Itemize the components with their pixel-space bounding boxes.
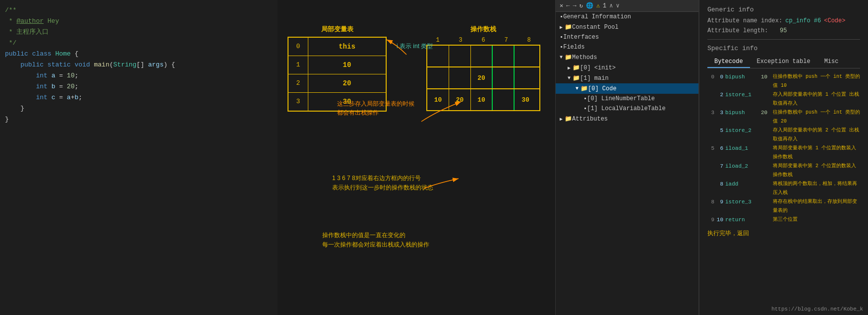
tree-toolbar: ✕ ← → ↻ 🌐 ⚠ 1 ∧ ∨ [556,0,698,12]
tab-misc[interactable]: Misc [817,56,846,68]
bc-row-3: 5 istore_2 存入局部变量表中的第 2 个位置 出栈取值再存入 [707,126,860,144]
attr-name-value: cp_info #6 [785,17,821,24]
attr-name-row: Attribute name index: cp_info #6 <Code> [707,17,860,24]
tree-code[interactable]: ▼ 📁 [0] Code [556,83,698,94]
nav-down[interactable]: ∨ [616,2,620,9]
file-icon-lv: ▪ [583,105,587,112]
code-line-8: int b = 20 ; [0,81,278,92]
folder-icon-init: 📁 [573,64,580,71]
tree-init[interactable]: ▶ 📁 [0] <init> [556,63,698,73]
arrow-right-icon: ▶ [560,24,563,30]
op-title: 操作数栈 [426,25,540,34]
folder-icon-code: 📁 [580,85,588,92]
bc-row-5: 7 iload_2 将局部变量表中第 2 个位置的数装入操作数栈 [707,162,860,180]
code-line-6: public static void main ( String [] args… [0,60,278,70]
attr-length-value: 95 [780,27,787,34]
attr-length-label: Attribute length: [707,27,777,34]
folder-icon-methods: 📁 [565,54,572,61]
arrow-int [367,30,426,60]
tree-localvar[interactable]: ▪ [1] LocalVariableTable [556,104,698,114]
tab-exception[interactable]: Exception table [750,56,817,68]
code-line-10: } [0,103,278,114]
info-panel: Generic info Attribute name index: cp_in… [699,0,868,315]
file-icon-3: ▪ [560,44,563,51]
divider [707,39,860,40]
arrow-three-steps [416,92,466,131]
arrow-down-icon: ▼ [560,55,563,60]
finish-text: 执行完毕，返回 [707,229,860,238]
arrow-numbers [421,174,461,203]
folder-icon-main: 📁 [573,74,580,82]
code-line-3: * 主程序入口 [0,27,278,38]
bc-row-2: 3 3 bipush 20 往操作数栈中 push 一个 int 类型的值 20 [707,108,860,126]
tree-linenumber[interactable]: ▪ [0] LineNumberTable [556,94,698,104]
refresh-icon[interactable]: ↻ [579,2,583,9]
tab-bytecode[interactable]: Bytecode [707,56,750,68]
code-line-9: int c = a + b ; [0,92,278,103]
code-line-11: } [0,114,278,125]
close-icon[interactable]: ✕ [560,2,563,9]
arrow-right-icon-2: ▶ [568,65,571,71]
forward-icon[interactable]: → [573,2,576,9]
bytecode-table: 0 0 bipush 10 往操作数栈中 push 一个 int 类型的值 10… [707,72,860,224]
annot-stack-change: 操作数栈中的值是一直在变化的每一次操作都会对应着出栈或入栈的操作 [322,231,429,250]
back-icon[interactable]: ← [566,2,570,9]
tree-fields[interactable]: ▪ Fields [556,42,698,52]
folder-icon-attrs: 📁 [565,115,572,123]
code-line-4: */ [0,38,278,49]
specific-info-title: Specific info [707,45,860,52]
bc-row-6: 8 iadd 将栈顶的两个数取出，相加，将结果再压入栈 [707,180,860,197]
attr-length-row: Attribute length: 95 [707,27,860,34]
tree-methods[interactable]: ▼ 📁 Methods [556,52,698,63]
attr-name-label: Attribute name index: [707,17,782,24]
diagram-panel: 局部变量表 0 this 1 10 2 20 3 30 操作数栈 1 [278,0,555,315]
globe-icon[interactable]: 🌐 [586,2,593,9]
bottom-link: https://blog.csdn.net/Kobe_k [771,306,863,312]
nav-up[interactable]: ∧ [609,2,613,9]
annot-numbers: 1 3 6 7 8对应着右边方框内的行号表示执行到这一步时的操作数栈的状态 [332,174,433,192]
bc-row-7: 8 9 istore_3 将存在栈中的结果取出，存放到局部变量表的 [707,197,860,215]
arrow-right-icon-3: ▶ [560,116,563,122]
op-row-2: 20 [427,67,539,89]
bc-row-0: 0 0 bipush 10 往操作数栈中 push 一个 int 类型的值 10 [707,72,860,90]
op-row-1 [427,46,539,67]
warning-count: 1 [603,2,606,9]
tree-interfaces[interactable]: ▪ Interfaces [556,32,698,42]
bc-row-4: 5 6 iload_1 将局部变量表中第 1 个位置的数装入操作数栈 [707,144,860,162]
warning-icon: ⚠ [596,2,600,9]
tree-general-info[interactable]: ▪ General Information [556,12,698,22]
code-line-2: * @author Hey [0,16,278,27]
code-editor: /** * @author Hey * 主程序入口 */ public clas… [0,0,278,315]
lv-row-2: 2 20 [289,74,386,93]
annot-three-steps: 这三步存入局部变量表的时候都会有出栈操作 [337,99,414,117]
folder-icon: 📁 [565,23,572,31]
tree-attributes[interactable]: ▶ 📁 Attributes [556,114,698,124]
arrow-down-icon-2: ▼ [568,75,571,81]
tree-main[interactable]: ▼ 📁 [1] main [556,73,698,83]
tree-panel: ✕ ← → ↻ 🌐 ⚠ 1 ∧ ∨ ▪ General Information … [555,0,699,315]
file-icon: ▪ [560,13,563,20]
op-col-labels: 1 3 6 7 8 [426,37,540,44]
code-line-5: public class Home { [0,49,278,60]
code-line-1: /** [0,5,278,16]
file-icon-ln: ▪ [583,95,587,102]
file-icon-2: ▪ [560,34,563,41]
attr-name-code: <Code> [824,17,845,24]
code-line-7: int a = 10 ; [0,70,278,81]
tree-constant-pool[interactable]: ▶ 📁 Constant Pool [556,22,698,32]
info-tabs: Bytecode Exception table Misc [707,56,860,68]
generic-info-title: Generic info [707,6,860,13]
bc-row-8: 9 10 return 第三个位置 [707,215,860,224]
bc-row-1: 2 istore_1 存入局部变量表中的第 1 个位置 出栈取值再存入 [707,90,860,108]
